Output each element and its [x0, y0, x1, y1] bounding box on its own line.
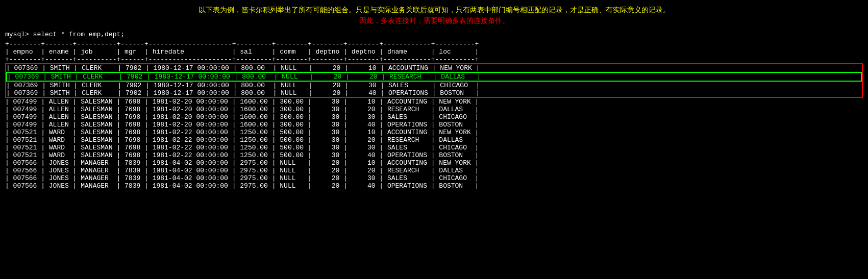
- table-row: | 007499 | ALLEN | SALESMAN | 7698 | 198…: [5, 98, 863, 106]
- sql-command: mysql> select * from emp,dept;: [5, 31, 863, 38]
- table-rows: | 007369 | SMITH | CLERK | 7902 | 1980-1…: [5, 63, 863, 190]
- table-row: | 007369 | SMITH | CLERK | 7902 | 1980-1…: [7, 73, 861, 81]
- table-row: | 007521 | WARD | SALESMAN | 7698 | 1981…: [5, 129, 863, 136]
- table-row: | 007566 | JONES | MANAGER | 7839 | 1981…: [5, 159, 863, 167]
- table-row: | 007521 | WARD | SALESMAN | 7698 | 1981…: [5, 151, 863, 159]
- red-border-box: | 007369 | SMITH | CLERK | 7902 | 1980-1…: [5, 63, 863, 98]
- separator-top: +--------+-------+----------+------+----…: [5, 40, 863, 48]
- table-row: | 007369 | SMITH | CLERK | 7902 | 1980-1…: [6, 82, 862, 89]
- table-row: | 007566 | JONES | MANAGER | 7839 | 1981…: [5, 167, 863, 174]
- table-row: | 007521 | WARD | SALESMAN | 7698 | 1981…: [5, 144, 863, 151]
- notice-line1: 以下表为例，笛卡尔积列举出了所有可能的组合。只是与实际业务关联后就可知，只有两表…: [199, 6, 670, 14]
- table-row: | 007499 | ALLEN | SALESMAN | 7698 | 198…: [5, 106, 863, 113]
- table-row: | 007369 | SMITH | CLERK | 7902 | 1980-1…: [6, 64, 862, 72]
- notice-container: 以下表为例，笛卡尔积列举出了所有可能的组合。只是与实际业务关联后就可知，只有两表…: [5, 5, 863, 27]
- table-row: | 007566 | JONES | MANAGER | 7839 | 1981…: [5, 174, 863, 182]
- header-row: | empno | ename | job | mgr | hiredate |…: [5, 48, 863, 56]
- table-row: | 007499 | ALLEN | SALESMAN | 7698 | 198…: [5, 121, 863, 129]
- table-row: | 007499 | ALLEN | SALESMAN | 7698 | 198…: [5, 113, 863, 121]
- notice-text: 以下表为例，笛卡尔积列举出了所有可能的组合。只是与实际业务关联后就可知，只有两表…: [5, 5, 863, 27]
- table-container: +--------+-------+----------+------+----…: [5, 40, 863, 190]
- table-row: | 007369 | SMITH | CLERK | 7902 | 1980-1…: [6, 89, 862, 97]
- green-border-box: | 007369 | SMITH | CLERK | 7902 | 1980-1…: [6, 72, 862, 82]
- notice-line2: 因此，多表连接时，需要明确多表的连接条件。: [359, 17, 509, 25]
- separator-header: +--------+-------+----------+------+----…: [5, 56, 863, 63]
- table-row: | 007521 | WARD | SALESMAN | 7698 | 1981…: [5, 136, 863, 144]
- table-row: | 007566 | JONES | MANAGER | 7839 | 1981…: [5, 182, 863, 190]
- smith-group: | 007369 | SMITH | CLERK | 7902 | 1980-1…: [5, 63, 863, 98]
